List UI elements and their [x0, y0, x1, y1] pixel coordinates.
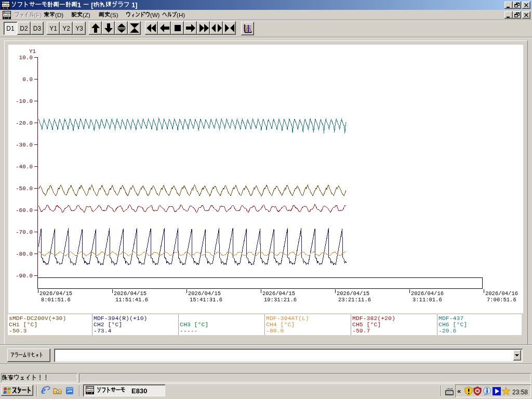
svg-text:«: « — [457, 387, 461, 395]
svg-text:1: 1 — [77, 2, 81, 9]
svg-text:): ) — [116, 11, 118, 18]
svg-text:1: 1 — [131, 2, 135, 9]
svg-text:-73.4: -73.4 — [94, 327, 112, 334]
svg-text:Z: Z — [85, 11, 88, 18]
svg-text:-----: ----- — [180, 327, 198, 334]
svg-text:W: W — [152, 11, 158, 18]
svg-text:-80.0: -80.0 — [266, 327, 284, 334]
svg-text:H: H — [179, 11, 183, 18]
svg-text:E830: E830 — [131, 387, 147, 395]
svg-text:23:58: 23:58 — [512, 389, 528, 396]
svg-text:-20.6: -20.6 — [438, 327, 457, 334]
svg-text:): ) — [39, 11, 42, 18]
svg-text:D: D — [57, 11, 61, 18]
svg-text:-59.7: -59.7 — [352, 327, 370, 334]
svg-text:): ) — [61, 11, 63, 18]
svg-text:): ) — [88, 11, 90, 18]
svg-text:): ) — [158, 11, 160, 18]
svg-text:-50.3: -50.3 — [9, 327, 27, 334]
svg-text:S: S — [112, 11, 116, 18]
svg-text:[: [ — [91, 2, 94, 9]
svg-text:]: ] — [135, 2, 137, 9]
svg-text:F: F — [36, 11, 39, 18]
svg-text:): ) — [183, 11, 185, 18]
